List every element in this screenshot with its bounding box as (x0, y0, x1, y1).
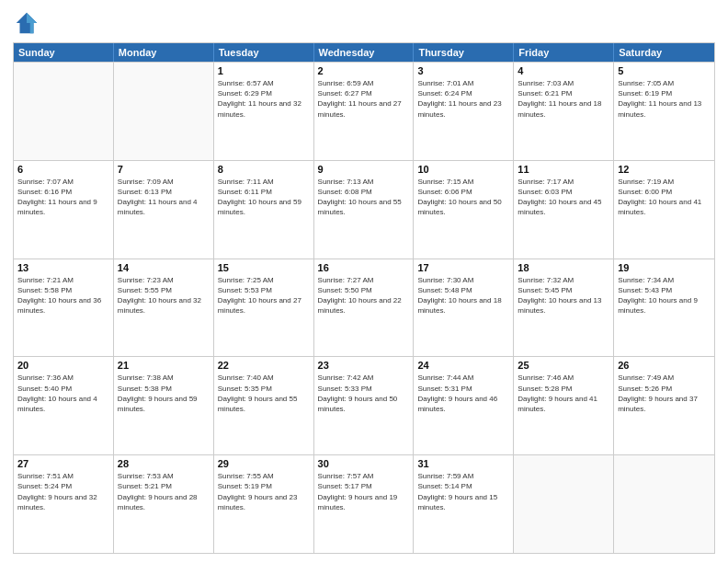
day-info: Sunrise: 7:34 AM Sunset: 5:43 PM Dayligh… (618, 275, 711, 316)
weekday-header: Thursday (414, 43, 514, 62)
day-info: Sunrise: 7:38 AM Sunset: 5:38 PM Dayligh… (118, 373, 210, 414)
calendar-cell: 8Sunrise: 7:11 AM Sunset: 6:11 PM Daylig… (214, 161, 314, 259)
day-info: Sunrise: 7:36 AM Sunset: 5:40 PM Dayligh… (17, 373, 109, 414)
calendar-cell (14, 63, 114, 160)
day-info: Sunrise: 7:01 AM Sunset: 6:24 PM Dayligh… (417, 78, 509, 120)
calendar-cell: 1Sunrise: 6:57 AM Sunset: 6:29 PM Daylig… (214, 63, 314, 160)
day-info: Sunrise: 7:46 AM Sunset: 5:28 PM Dayligh… (518, 373, 609, 414)
calendar-cell: 20Sunrise: 7:36 AM Sunset: 5:40 PM Dayli… (14, 357, 114, 454)
day-number: 8 (218, 164, 310, 175)
page: SundayMondayTuesdayWednesdayThursdayFrid… (0, 0, 728, 563)
calendar-cell: 9Sunrise: 7:13 AM Sunset: 6:08 PM Daylig… (314, 161, 415, 259)
day-number: 11 (518, 164, 609, 175)
calendar-cell: 2Sunrise: 6:59 AM Sunset: 6:27 PM Daylig… (314, 63, 415, 160)
day-info: Sunrise: 7:49 AM Sunset: 5:26 PM Dayligh… (618, 373, 711, 414)
calendar-cell: 19Sunrise: 7:34 AM Sunset: 5:43 PM Dayli… (614, 259, 714, 357)
calendar-cell: 15Sunrise: 7:25 AM Sunset: 5:53 PM Dayli… (214, 259, 314, 357)
day-info: Sunrise: 7:07 AM Sunset: 6:16 PM Dayligh… (17, 177, 109, 218)
day-number: 23 (318, 360, 410, 371)
weekday-header: Monday (114, 43, 214, 62)
calendar-cell: 31Sunrise: 7:59 AM Sunset: 5:14 PM Dayli… (414, 455, 514, 553)
calendar-row: 6Sunrise: 7:07 AM Sunset: 6:16 PM Daylig… (14, 160, 714, 259)
calendar: SundayMondayTuesdayWednesdayThursdayFrid… (13, 42, 715, 554)
day-info: Sunrise: 7:13 AM Sunset: 6:08 PM Dayligh… (318, 177, 410, 218)
day-number: 31 (417, 458, 509, 469)
day-info: Sunrise: 7:44 AM Sunset: 5:31 PM Dayligh… (417, 373, 509, 414)
day-info: Sunrise: 6:59 AM Sunset: 6:27 PM Dayligh… (318, 78, 410, 120)
calendar-cell: 25Sunrise: 7:46 AM Sunset: 5:28 PM Dayli… (514, 357, 614, 454)
day-info: Sunrise: 7:51 AM Sunset: 5:24 PM Dayligh… (17, 471, 109, 512)
calendar-header: SundayMondayTuesdayWednesdayThursdayFrid… (14, 43, 714, 62)
calendar-row: 20Sunrise: 7:36 AM Sunset: 5:40 PM Dayli… (14, 356, 714, 454)
calendar-cell: 4Sunrise: 7:03 AM Sunset: 6:21 PM Daylig… (514, 63, 614, 160)
calendar-cell (614, 455, 714, 553)
calendar-cell: 17Sunrise: 7:30 AM Sunset: 5:48 PM Dayli… (414, 259, 514, 357)
calendar-cell: 12Sunrise: 7:19 AM Sunset: 6:00 PM Dayli… (614, 161, 714, 259)
weekday-header: Wednesday (314, 43, 415, 62)
calendar-cell: 21Sunrise: 7:38 AM Sunset: 5:38 PM Dayli… (114, 357, 214, 454)
day-number: 18 (518, 262, 609, 273)
day-number: 9 (318, 164, 410, 175)
calendar-cell: 7Sunrise: 7:09 AM Sunset: 6:13 PM Daylig… (114, 161, 214, 259)
calendar-cell: 14Sunrise: 7:23 AM Sunset: 5:55 PM Dayli… (114, 259, 214, 357)
calendar-cell: 22Sunrise: 7:40 AM Sunset: 5:35 PM Dayli… (214, 357, 314, 454)
logo-icon (13, 9, 40, 37)
calendar-cell: 18Sunrise: 7:32 AM Sunset: 5:45 PM Dayli… (514, 259, 614, 357)
day-number: 6 (17, 164, 109, 175)
calendar-cell: 27Sunrise: 7:51 AM Sunset: 5:24 PM Dayli… (14, 455, 114, 553)
calendar-cell: 11Sunrise: 7:17 AM Sunset: 6:03 PM Dayli… (514, 161, 614, 259)
day-info: Sunrise: 7:53 AM Sunset: 5:21 PM Dayligh… (118, 471, 210, 512)
day-number: 17 (417, 262, 509, 273)
day-info: Sunrise: 7:21 AM Sunset: 5:58 PM Dayligh… (17, 275, 109, 316)
day-info: Sunrise: 7:30 AM Sunset: 5:48 PM Dayligh… (417, 275, 509, 316)
day-number: 15 (218, 262, 310, 273)
day-number: 2 (318, 65, 410, 76)
day-info: Sunrise: 7:17 AM Sunset: 6:03 PM Dayligh… (518, 177, 609, 218)
day-number: 5 (618, 65, 711, 76)
day-number: 29 (218, 458, 310, 469)
day-info: Sunrise: 7:42 AM Sunset: 5:33 PM Dayligh… (318, 373, 410, 414)
calendar-cell (114, 63, 214, 160)
calendar-cell: 29Sunrise: 7:55 AM Sunset: 5:19 PM Dayli… (214, 455, 314, 553)
day-number: 1 (218, 65, 310, 76)
day-info: Sunrise: 7:15 AM Sunset: 6:06 PM Dayligh… (417, 177, 509, 218)
day-info: Sunrise: 7:57 AM Sunset: 5:17 PM Dayligh… (318, 471, 410, 512)
calendar-cell: 5Sunrise: 7:05 AM Sunset: 6:19 PM Daylig… (614, 63, 714, 160)
day-number: 12 (618, 164, 711, 175)
weekday-header: Sunday (14, 43, 114, 62)
calendar-row: 27Sunrise: 7:51 AM Sunset: 5:24 PM Dayli… (14, 454, 714, 553)
day-info: Sunrise: 7:03 AM Sunset: 6:21 PM Dayligh… (518, 78, 609, 120)
day-number: 27 (17, 458, 109, 469)
day-number: 3 (417, 65, 509, 76)
day-number: 7 (118, 164, 210, 175)
day-number: 14 (118, 262, 210, 273)
calendar-cell (514, 455, 614, 553)
calendar-cell: 23Sunrise: 7:42 AM Sunset: 5:33 PM Dayli… (314, 357, 415, 454)
calendar-row: 1Sunrise: 6:57 AM Sunset: 6:29 PM Daylig… (14, 62, 714, 160)
calendar-cell: 28Sunrise: 7:53 AM Sunset: 5:21 PM Dayli… (114, 455, 214, 553)
day-info: Sunrise: 6:57 AM Sunset: 6:29 PM Dayligh… (218, 78, 310, 120)
calendar-cell: 24Sunrise: 7:44 AM Sunset: 5:31 PM Dayli… (414, 357, 514, 454)
day-number: 16 (318, 262, 410, 273)
day-info: Sunrise: 7:23 AM Sunset: 5:55 PM Dayligh… (118, 275, 210, 316)
day-number: 22 (218, 360, 310, 371)
calendar-cell: 26Sunrise: 7:49 AM Sunset: 5:26 PM Dayli… (614, 357, 714, 454)
day-number: 19 (618, 262, 711, 273)
weekday-header: Friday (514, 43, 614, 62)
day-info: Sunrise: 7:09 AM Sunset: 6:13 PM Dayligh… (118, 177, 210, 218)
calendar-cell: 30Sunrise: 7:57 AM Sunset: 5:17 PM Dayli… (314, 455, 415, 553)
calendar-body: 1Sunrise: 6:57 AM Sunset: 6:29 PM Daylig… (14, 62, 714, 553)
day-number: 21 (118, 360, 210, 371)
day-info: Sunrise: 7:19 AM Sunset: 6:00 PM Dayligh… (618, 177, 711, 218)
calendar-cell: 13Sunrise: 7:21 AM Sunset: 5:58 PM Dayli… (14, 259, 114, 357)
day-info: Sunrise: 7:55 AM Sunset: 5:19 PM Dayligh… (218, 471, 310, 512)
calendar-cell: 3Sunrise: 7:01 AM Sunset: 6:24 PM Daylig… (414, 63, 514, 160)
day-number: 30 (318, 458, 410, 469)
day-number: 26 (618, 360, 711, 371)
header (13, 9, 715, 37)
calendar-cell: 6Sunrise: 7:07 AM Sunset: 6:16 PM Daylig… (14, 161, 114, 259)
day-number: 10 (417, 164, 509, 175)
day-info: Sunrise: 7:27 AM Sunset: 5:50 PM Dayligh… (318, 275, 410, 316)
logo (13, 9, 42, 37)
day-number: 24 (417, 360, 509, 371)
